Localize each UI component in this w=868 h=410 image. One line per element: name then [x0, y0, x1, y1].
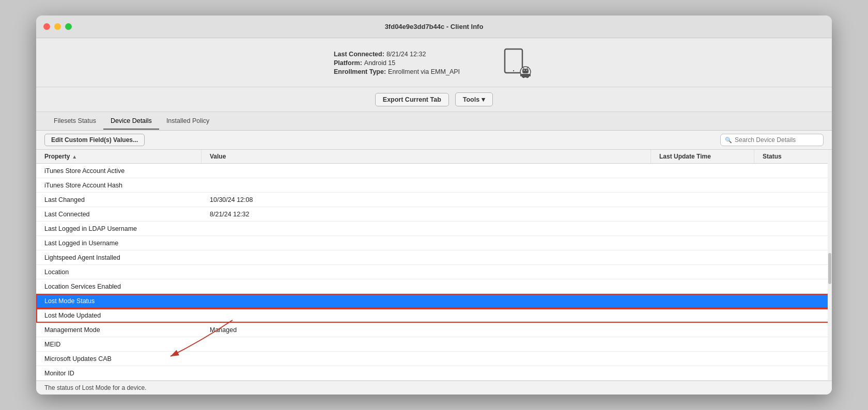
- cell-value: [202, 371, 651, 376]
- table-container: Property ▲ Value Last Update Time Status…: [36, 150, 832, 381]
- cell-property: Location: [36, 266, 202, 278]
- table-body[interactable]: iTunes Store Account ActiveiTunes Store …: [36, 164, 832, 381]
- maximize-button[interactable]: [65, 23, 72, 30]
- table-row[interactable]: Last Connected8/21/24 12:32: [36, 207, 832, 222]
- cell-last_update: [651, 255, 754, 260]
- svg-rect-0: [505, 49, 522, 73]
- cell-value: [202, 298, 651, 304]
- table-row[interactable]: Monitor ID: [36, 366, 832, 381]
- table-row[interactable]: Location: [36, 265, 832, 279]
- table-row[interactable]: iTunes Store Account Hash: [36, 178, 832, 193]
- table-row[interactable]: iTunes Store Account Active: [36, 164, 832, 178]
- header-section: Last Connected: 8/21/24 12:32 Platform: …: [36, 38, 832, 87]
- svg-rect-12: [526, 77, 528, 78]
- status-text: The status of Lost Mode for a device.: [44, 384, 146, 391]
- platform-value: Android 15: [364, 59, 395, 67]
- svg-rect-3: [522, 69, 529, 73]
- cell-value: [202, 342, 651, 347]
- tools-chevron-icon: ▾: [482, 96, 485, 103]
- cell-status: [754, 197, 832, 202]
- cell-property: Lost Mode Updated: [36, 309, 202, 322]
- export-current-tab-button[interactable]: Export Current Tab: [375, 93, 449, 106]
- cell-last_update: [651, 183, 754, 188]
- svg-rect-10: [522, 74, 529, 77]
- tools-button[interactable]: Tools ▾: [455, 92, 493, 106]
- cell-last_update: [651, 168, 754, 174]
- cell-status: [754, 168, 832, 174]
- cell-property: Microsoft Updates CAB: [36, 353, 202, 365]
- cell-value: [202, 226, 651, 231]
- table-row[interactable]: Last Changed10/30/24 12:08: [36, 193, 832, 207]
- cell-value: [202, 270, 651, 275]
- svg-point-9: [528, 67, 529, 68]
- tools-label: Tools: [463, 96, 479, 103]
- cell-last_update: [651, 241, 754, 246]
- tab-filesets[interactable]: Filesets Status: [47, 113, 103, 130]
- cell-value: [202, 255, 651, 260]
- titlebar: 3fd04e9e3dd7b44c - Client Info: [36, 15, 832, 38]
- cell-status: [754, 313, 832, 318]
- cell-last_update: [651, 356, 754, 361]
- cell-property: Last Logged in Username: [36, 237, 202, 249]
- svg-rect-14: [529, 74, 531, 76]
- tab-device-details[interactable]: Device Details: [103, 113, 159, 130]
- table-row[interactable]: Lost Mode Status: [36, 294, 832, 308]
- scrollbar-thumb: [828, 253, 831, 284]
- table-row[interactable]: Lightspeed Agent Installed: [36, 250, 832, 265]
- col-property: Property ▲: [36, 150, 202, 163]
- header-info: Last Connected: 8/21/24 12:32 Platform: …: [334, 51, 460, 75]
- table-row[interactable]: Microsoft Updates CAB: [36, 352, 832, 366]
- tab-installed-policy[interactable]: Installed Policy: [159, 113, 216, 130]
- table-row[interactable]: MEID: [36, 337, 832, 352]
- cell-value: 8/21/24 12:32: [202, 208, 651, 220]
- edit-custom-fields-button[interactable]: Edit Custom Field(s) Values...: [44, 134, 145, 146]
- cell-last_update: [651, 313, 754, 318]
- minimize-button[interactable]: [54, 23, 61, 30]
- table-row[interactable]: Location Services Enabled: [36, 279, 832, 294]
- svg-point-8: [522, 67, 523, 68]
- cell-property: Monitor ID: [36, 367, 202, 380]
- cell-last_update: [651, 212, 754, 217]
- main-window: 3fd04e9e3dd7b44c - Client Info Last Conn…: [36, 15, 832, 395]
- cell-last_update: [651, 226, 754, 231]
- search-icon: 🔍: [725, 137, 732, 144]
- cell-property: Last Logged in LDAP Username: [36, 223, 202, 235]
- cell-last_update: [651, 342, 754, 347]
- cell-status: [754, 241, 832, 246]
- table-row[interactable]: Lost Mode Updated: [36, 308, 832, 323]
- cell-status: [754, 371, 832, 376]
- cell-last_update: [651, 197, 754, 202]
- table-row[interactable]: Last Logged in Username: [36, 236, 832, 250]
- cell-last_update: [651, 371, 754, 376]
- search-box[interactable]: 🔍: [720, 134, 824, 146]
- cell-property: iTunes Store Account Hash: [36, 179, 202, 192]
- cell-last_update: [651, 270, 754, 275]
- table-row[interactable]: Management ModeManaged: [36, 323, 832, 337]
- cell-property: Last Connected: [36, 208, 202, 220]
- cell-status: [754, 270, 832, 275]
- cell-last_update: [651, 298, 754, 304]
- table-header: Property ▲ Value Last Update Time Status: [36, 150, 832, 164]
- cell-value: Managed: [202, 324, 651, 336]
- cell-status: [754, 183, 832, 188]
- cell-status: [754, 342, 832, 347]
- cell-last_update: [651, 284, 754, 289]
- cell-value: [202, 183, 651, 188]
- svg-point-5: [526, 70, 528, 71]
- cell-last_update: [651, 327, 754, 333]
- platform-label: Platform:: [334, 59, 362, 67]
- cell-property: Lost Mode Status: [36, 295, 202, 307]
- table-row[interactable]: Last Logged in LDAP Username: [36, 222, 832, 236]
- last-connected-label: Last Connected:: [334, 51, 384, 58]
- search-input[interactable]: [735, 136, 817, 144]
- cell-value: [202, 284, 651, 289]
- col-last-update: Last Update Time: [651, 150, 754, 163]
- col-status: Status: [754, 150, 832, 163]
- cell-value: [202, 241, 651, 246]
- close-button[interactable]: [43, 23, 50, 30]
- cell-status: [754, 298, 832, 304]
- scrollbar[interactable]: [828, 150, 832, 381]
- enrollment-value: Enrollment via EMM_API: [388, 68, 460, 75]
- cell-value: [202, 356, 651, 361]
- cell-property: Location Services Enabled: [36, 280, 202, 293]
